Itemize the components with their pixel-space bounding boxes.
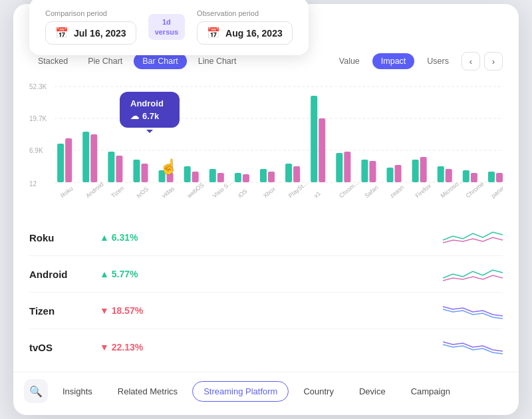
svg-rect-42	[488, 172, 495, 182]
svg-rect-41	[471, 173, 477, 182]
sparkline-tizen	[443, 300, 503, 321]
svg-text:zeasn: zeasn	[388, 184, 405, 199]
svg-text:Roku: Roku	[59, 185, 74, 199]
svg-text:Firefox: Firefox	[414, 182, 432, 200]
comparison-label: Comparison period	[45, 9, 136, 17]
metric-name-roku: Roku	[29, 232, 96, 243]
tab-line-chart[interactable]: Line Chart	[190, 53, 245, 69]
svg-text:6.9K: 6.9K	[29, 147, 43, 154]
svg-rect-20	[209, 169, 216, 182]
svg-rect-34	[387, 168, 394, 182]
metric-change-roku: ▲ 6.31%	[100, 232, 138, 243]
svg-rect-9	[65, 138, 72, 182]
observation-date-box[interactable]: 📅 Aug 16, 2023	[197, 21, 293, 45]
observation-section: Observation period 📅 Aug 16, 2023	[197, 9, 293, 45]
svg-text:PlaySt...: PlaySt...	[287, 180, 309, 199]
search-button[interactable]: 🔍	[24, 379, 48, 403]
metric-row-tizen: Tizen ▼ 18.57%	[29, 293, 503, 329]
svg-text:webOS: webOS	[186, 182, 205, 200]
metric-tabs-right: Value Impact Users ‹ ›	[331, 52, 503, 70]
tab-users[interactable]: Users	[418, 53, 458, 69]
nav-device[interactable]: Device	[348, 382, 396, 401]
svg-text:tvOS: tvOS	[135, 186, 150, 199]
svg-rect-15	[141, 164, 148, 182]
svg-rect-23	[243, 174, 249, 182]
svg-rect-29	[319, 118, 325, 182]
svg-rect-21	[217, 173, 224, 182]
svg-rect-35	[395, 165, 402, 182]
versus-badge: 1dversus	[148, 14, 185, 40]
comparison-date-box[interactable]: 📅 Jul 16, 2023	[45, 21, 136, 45]
svg-text:52.3K: 52.3K	[29, 83, 47, 90]
sparkline-android	[443, 263, 503, 285]
metrics-list: Roku ▲ 6.31% Android ▲ 5.77% Tizen ▼ 18.…	[13, 213, 519, 372]
svg-rect-24	[260, 169, 267, 182]
svg-rect-12	[108, 152, 114, 182]
metric-change-tvos: ▼ 22.13%	[100, 342, 143, 352]
tab-pie-chart[interactable]: Pie Chart	[79, 53, 131, 69]
svg-rect-32	[361, 160, 368, 182]
main-card: Comparison period 📅 Jul 16, 2023 1dversu…	[13, 4, 519, 415]
svg-rect-43	[496, 173, 503, 182]
nav-related-metrics[interactable]: Related Metrics	[107, 382, 188, 401]
metric-row-android: Android ▲ 5.77%	[29, 256, 503, 293]
metric-name-tizen: Tizen	[29, 305, 96, 317]
svg-rect-31	[344, 152, 350, 182]
calendar-icon: 📅	[55, 27, 68, 39]
svg-rect-18	[184, 166, 191, 182]
svg-rect-25	[268, 172, 275, 182]
svg-rect-38	[438, 166, 444, 182]
nav-arrow-right[interactable]: ›	[484, 52, 503, 70]
svg-rect-37	[420, 157, 427, 182]
svg-text:x1: x1	[313, 190, 322, 200]
svg-rect-19	[192, 172, 199, 182]
svg-rect-39	[446, 169, 452, 182]
calendar-icon-2: 📅	[207, 27, 220, 39]
date-panel: Comparison period 📅 Jul 16, 2023 1dversu…	[29, 0, 309, 55]
svg-rect-17	[167, 173, 174, 182]
svg-rect-36	[412, 160, 419, 182]
svg-rect-10	[82, 132, 89, 182]
svg-rect-13	[116, 156, 122, 182]
comparison-section: Comparison period 📅 Jul 16, 2023	[45, 9, 136, 45]
svg-rect-40	[463, 170, 469, 182]
sparkline-tvos	[443, 337, 503, 358]
nav-campaign[interactable]: Campaign	[400, 382, 461, 401]
metric-row-tvos: tvOS ▼ 22.13%	[29, 329, 503, 365]
svg-rect-30	[336, 153, 342, 182]
svg-rect-11	[90, 134, 97, 182]
metric-name-android: Android	[29, 269, 96, 280]
svg-text:Chrome: Chrome	[465, 180, 485, 199]
nav-arrow-left[interactable]: ‹	[462, 52, 480, 70]
search-icon: 🔍	[29, 385, 43, 398]
svg-text:Android: Android	[84, 181, 104, 200]
tab-value[interactable]: Value	[331, 53, 368, 69]
tab-impact[interactable]: Impact	[372, 53, 415, 69]
svg-rect-33	[369, 161, 376, 182]
tab-bar-chart[interactable]: Bar Chart	[134, 53, 187, 69]
svg-text:19.7K: 19.7K	[29, 115, 47, 122]
nav-streaming-platform[interactable]: Streaming Platform	[192, 381, 289, 402]
svg-text:iOS: iOS	[237, 188, 249, 199]
svg-rect-8	[57, 144, 64, 182]
svg-rect-16	[159, 170, 166, 182]
svg-text:Xbox: Xbox	[262, 185, 277, 199]
comparison-date: Jul 16, 2023	[74, 28, 126, 39]
svg-rect-26	[285, 164, 292, 182]
metric-change-tizen: ▼ 18.57%	[100, 305, 143, 316]
svg-text:Safari: Safari	[363, 184, 379, 200]
nav-country[interactable]: Country	[293, 382, 344, 401]
sparkline-roku	[443, 227, 503, 248]
metric-name-tvos: tvOS	[29, 342, 96, 353]
svg-text:Tizen: Tizen	[110, 185, 125, 200]
svg-rect-14	[133, 160, 140, 182]
svg-text:12: 12	[29, 180, 37, 188]
svg-rect-28	[311, 96, 317, 182]
tab-stacked[interactable]: Stacked	[29, 53, 76, 69]
observation-label: Observation period	[197, 9, 293, 17]
metric-change-android: ▲ 5.77%	[100, 269, 138, 279]
bar-chart: 52.3K 19.7K 6.9K 12	[29, 80, 503, 213]
svg-rect-22	[235, 173, 241, 182]
svg-text:vidas: vidas	[160, 185, 176, 199]
nav-insights[interactable]: Insights	[52, 382, 103, 401]
